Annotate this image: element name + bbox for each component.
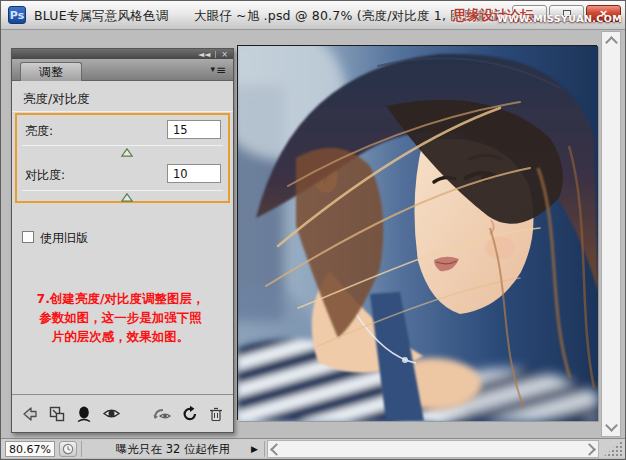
brightness-slider-thumb[interactable]: [121, 148, 133, 157]
photoshop-document-window: Ps BLUE专属写意风格色调 大眼仔 ~旭 .psd @ 80.7% (亮度/…: [0, 0, 626, 460]
adjustments-panel: ◄◄ × 调整 ▾≡ 亮度/对比度 亮度: 对比度:: [11, 48, 234, 433]
use-legacy-label: 使用旧版: [40, 230, 88, 247]
reset-circular-arrow-icon: [181, 405, 199, 423]
switch-panel-icon: [48, 405, 66, 423]
delete-adjustment-button[interactable]: [208, 404, 224, 424]
clip-layer-icon: [75, 405, 93, 423]
tutorial-note: 7.创建亮度/对比度调整图层， 参数如图，这一步是加强下照 片的层次感，效果如图…: [12, 289, 229, 346]
window-titlebar[interactable]: Ps BLUE专属写意风格色调 大眼仔 ~旭 .psd @ 80.7% (亮度/…: [1, 1, 625, 30]
clock-icon: [62, 443, 74, 455]
panel-header-drag-bar[interactable]: ◄◄ ×: [12, 49, 233, 59]
page-title-brightness-contrast: 亮度/对比度: [23, 91, 90, 108]
reset-button[interactable]: [181, 404, 199, 424]
contrast-input[interactable]: [167, 164, 221, 183]
panel-header-divider: [215, 51, 216, 58]
collapse-panel-icon[interactable]: ◄◄: [198, 50, 210, 59]
brightness-input[interactable]: [167, 120, 221, 139]
tutorial-highlight-box: 亮度: 对比度:: [15, 113, 230, 203]
status-bar: 曝光只在 32 位起作用 ▶: [1, 438, 625, 458]
brightness-label: 亮度:: [25, 123, 53, 140]
portrait-photo: [238, 46, 598, 421]
brightness-slider-track[interactable]: [22, 145, 223, 146]
clip-to-layer-button[interactable]: [75, 404, 93, 424]
back-arrow-icon: [21, 405, 39, 423]
window-title: BLUE专属写意风格色调 大眼仔 ~旭 .psd @ 80.7% (亮度/对比度…: [34, 8, 506, 25]
contrast-slider-track[interactable]: [22, 190, 223, 191]
back-arrow-button[interactable]: [21, 404, 39, 424]
photo-document[interactable]: [237, 45, 597, 420]
status-message: 曝光只在 32 位起作用: [81, 441, 265, 457]
panel-tab-row: 调整 ▾≡: [12, 59, 233, 81]
view-previous-state-button[interactable]: [152, 404, 172, 424]
eye-icon: [102, 404, 121, 423]
close-panel-icon[interactable]: ×: [221, 50, 228, 59]
contrast-slider-thumb[interactable]: [121, 193, 133, 202]
separator: [12, 111, 233, 112]
watermark-url-text: WWW.MISSYUAN.COM: [497, 13, 622, 24]
vertical-scrollbar[interactable]: [601, 31, 621, 437]
scroll-up-icon[interactable]: [605, 36, 618, 49]
resize-grip[interactable]: [602, 440, 622, 458]
menu-lines-icon: ≡: [216, 63, 226, 77]
trash-icon: [208, 405, 224, 423]
scroll-down-icon[interactable]: [605, 419, 618, 432]
zoom-level-input[interactable]: [5, 441, 55, 457]
tutorial-note-line: 片的层次感，效果如图。: [12, 327, 229, 346]
switch-panel-view-button[interactable]: [48, 404, 66, 424]
panel-menu-button[interactable]: ▾≡: [210, 63, 226, 77]
contrast-label: 对比度:: [25, 167, 65, 184]
scroll-left-icon[interactable]: [270, 443, 283, 456]
tutorial-note-line: 参数如图，这一步是加强下照: [12, 308, 229, 327]
tab-adjustments[interactable]: 调整: [20, 62, 82, 81]
scroll-right-icon[interactable]: [583, 443, 596, 456]
tutorial-note-line: 7.创建亮度/对比度调整图层，: [12, 289, 229, 308]
toggle-visibility-button[interactable]: [102, 404, 121, 424]
chevron-down-icon: ▾: [210, 64, 215, 74]
photoshop-app-icon[interactable]: Ps: [8, 6, 26, 24]
status-menu-arrow-icon[interactable]: ▶: [251, 441, 258, 457]
status-info-button[interactable]: [59, 441, 77, 457]
horizontal-scrollbar[interactable]: [267, 440, 599, 458]
eye-click-icon: [152, 405, 172, 423]
use-legacy-checkbox[interactable]: [22, 231, 34, 243]
panel-footer-toolbar: [12, 394, 233, 432]
